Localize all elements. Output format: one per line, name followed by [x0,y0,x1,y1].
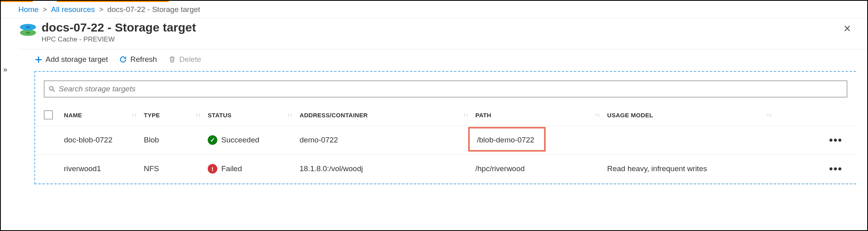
cell-type: Blob [144,136,208,144]
sort-icon: ↑↓ [131,112,144,118]
column-header-status[interactable]: STATUS↑↓ [208,112,300,118]
sort-icon: ↑↓ [595,112,607,118]
search-input-wrapper[interactable] [44,81,847,97]
status-success-icon: ✓ [208,135,217,145]
cell-status: ! Failed [208,164,300,174]
cell-address: 18.1.8.0:/vol/woodj [300,164,475,173]
add-storage-target-button[interactable]: Add storage target [34,55,108,64]
resource-icon [18,21,38,40]
table-row[interactable]: riverwood1 NFS ! Failed 18.1.8.0:/vol/wo… [35,155,856,184]
table-header: NAME↑↓ TYPE↑↓ STATUS↑↓ ADDRESS/CONTAINER… [35,105,856,126]
sort-icon: ↑↓ [767,112,779,118]
cell-address: demo-0722 [300,136,475,144]
cell-usage: Read heavy, infrequent writes [607,164,779,173]
column-header-type[interactable]: TYPE↑↓ [144,112,208,118]
toolbar: Add storage target Refresh Delete [18,49,867,71]
cell-name: riverwood1 [64,164,144,173]
breadcrumb-home[interactable]: Home [18,5,39,14]
cell-status: ✓ Succeeded [208,135,300,145]
column-header-address[interactable]: ADDRESS/CONTAINER↑↓ [300,112,475,118]
column-header-path[interactable]: PATH↑↓ [475,112,607,118]
cell-path: /hpc/riverwood [475,164,607,173]
row-more-button[interactable]: ••• [779,134,847,146]
path-highlight: /blob-demo-0722 [468,127,546,152]
plus-icon [34,55,42,63]
close-button[interactable]: ✕ [839,21,855,37]
sort-icon: ↑↓ [287,112,300,118]
refresh-icon [119,55,127,63]
page-subtitle: HPC Cache - PREVIEW [42,36,839,43]
selection-region: NAME↑↓ TYPE↑↓ STATUS↑↓ ADDRESS/CONTAINER… [34,71,856,184]
expand-sidebar-button[interactable]: » [3,65,7,74]
search-icon [48,85,56,93]
breadcrumb-separator: > [99,5,103,14]
svg-line-1 [53,90,55,92]
breadcrumb: Home > All resources > docs-07-22 - Stor… [1,2,867,18]
cell-path: /blob-demo-0722 [475,135,607,145]
breadcrumb-current: docs-07-22 - Storage target [107,5,200,14]
breadcrumb-separator: > [43,5,47,14]
refresh-button[interactable]: Refresh [119,55,157,64]
breadcrumb-all-resources[interactable]: All resources [51,5,95,14]
trash-icon [168,55,176,63]
svg-point-0 [50,87,53,90]
column-header-name[interactable]: NAME↑↓ [64,112,144,118]
page-header: docs-07-22 - Storage target HPC Cache - … [1,18,867,49]
cell-type: NFS [144,164,208,173]
table-row[interactable]: doc-blob-0722 Blob ✓ Succeeded demo-0722… [35,126,856,155]
column-header-usage[interactable]: USAGE MODEL↑↓ [607,112,779,118]
page-title: docs-07-22 - Storage target [42,21,839,35]
cell-name: doc-blob-0722 [64,136,144,144]
status-failed-icon: ! [208,164,217,174]
select-all-checkbox[interactable] [44,111,53,119]
delete-button: Delete [168,55,201,64]
add-label: Add storage target [46,55,108,64]
sort-icon: ↑↓ [463,112,475,118]
sort-icon: ↑↓ [195,112,208,118]
delete-label: Delete [179,55,201,64]
search-input[interactable] [59,85,843,93]
refresh-label: Refresh [130,55,157,64]
storage-targets-table: NAME↑↓ TYPE↑↓ STATUS↑↓ ADDRESS/CONTAINER… [35,105,856,184]
row-more-button[interactable]: ••• [779,163,847,175]
